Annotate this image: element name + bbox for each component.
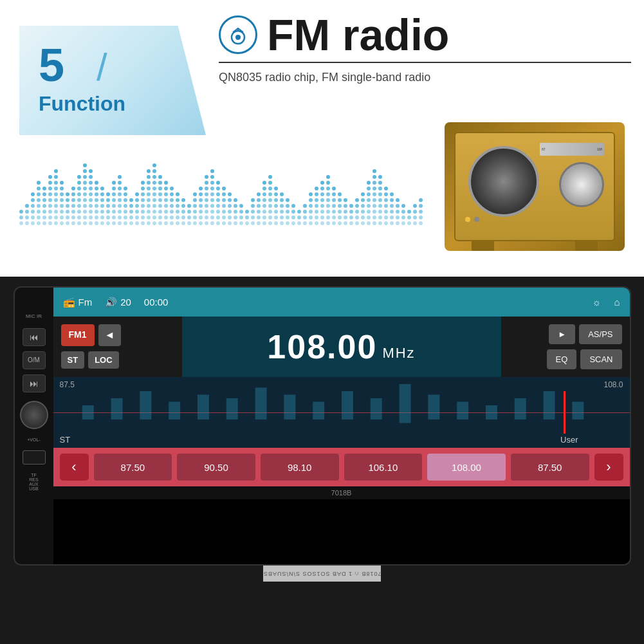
svg-rect-15: [428, 395, 439, 420]
wave-dot: [210, 221, 214, 225]
wave-dot: [77, 175, 81, 179]
wave-dot: [303, 216, 307, 219]
prev-track-button[interactable]: ⏮: [23, 328, 46, 346]
wave-dot: [147, 204, 151, 208]
asps-button[interactable]: AS/PS: [579, 324, 621, 344]
preset-2-button[interactable]: 90.50: [177, 454, 255, 481]
wave-dot: [193, 204, 197, 208]
preset-5-button[interactable]: 108.00: [427, 454, 506, 481]
wave-dot: [181, 210, 185, 214]
wave-dot: [262, 181, 266, 185]
wave-column: [77, 175, 81, 225]
wave-dot: [210, 216, 214, 219]
wave-dot: [60, 221, 64, 225]
brightness-indicator: ☼: [593, 297, 602, 308]
wave-dot: [37, 204, 41, 208]
wave-column: [216, 181, 220, 225]
wave-dot: [147, 221, 151, 225]
device-screen: 📻 Fm 🔊 20 00:00 ☼ ⌂: [53, 288, 630, 564]
wave-dot: [48, 192, 52, 196]
wave-container: [19, 148, 347, 225]
wave-dot: [280, 210, 284, 214]
wave-dot: [274, 198, 278, 202]
preset-4-button[interactable]: 106.10: [344, 454, 423, 481]
wave-dot: [95, 221, 98, 225]
wave-dot: [373, 187, 376, 190]
wave-dot: [291, 204, 295, 208]
wave-dot: [100, 216, 104, 219]
wave-dot: [77, 204, 81, 208]
wave-dot: [401, 210, 405, 214]
st-button[interactable]: ST: [61, 351, 85, 369]
fm-left-controls: FM1 ◄ ST LOC: [53, 317, 182, 377]
wave-dot: [118, 210, 122, 214]
play-button[interactable]: ►: [549, 324, 575, 344]
freq-prev-button[interactable]: ◄: [98, 324, 122, 346]
wave-dot: [413, 204, 417, 208]
wave-dot: [170, 198, 174, 202]
preset-prev-button[interactable]: ‹: [60, 454, 89, 481]
wave-dot: [361, 216, 365, 219]
wave-dot: [71, 210, 75, 214]
wave-dot: [210, 192, 214, 196]
preset-3-button[interactable]: 98.10: [261, 454, 339, 481]
wave-dot: [141, 198, 145, 202]
preset-6-button[interactable]: 87.50: [511, 454, 589, 481]
wave-dot: [48, 175, 52, 179]
wave-dot: [83, 210, 87, 214]
wave-dot: [141, 204, 145, 208]
wave-dot: [60, 192, 64, 196]
wave-column: [297, 210, 301, 225]
home-button[interactable]: ⌂: [614, 297, 620, 308]
wave-dot: [257, 198, 261, 202]
wave-column: [396, 198, 400, 225]
wave-dot: [158, 198, 162, 202]
wave-dot: [401, 221, 405, 225]
wave-column: [37, 181, 41, 225]
wave-dot: [344, 221, 347, 225]
next-track-button[interactable]: ⏭: [23, 374, 46, 392]
wave-column: [332, 187, 336, 225]
wave-dot: [396, 221, 400, 225]
wave-dot: [349, 204, 353, 208]
wave-dot: [378, 175, 382, 179]
wave-column: [344, 198, 347, 225]
preset-next-button[interactable]: ›: [594, 454, 623, 481]
wave-dot: [355, 198, 359, 202]
wave-dot: [332, 198, 336, 202]
status-bar: 📻 Fm 🔊 20 00:00 ☼ ⌂: [53, 288, 630, 317]
wave-dot: [37, 192, 41, 196]
wave-column: [320, 181, 324, 225]
wave-column: [124, 187, 127, 225]
wave-dot: [112, 216, 116, 219]
volume-knob[interactable]: [20, 401, 48, 429]
preset-1-button[interactable]: 87.50: [94, 454, 172, 481]
wave-dot: [176, 192, 179, 196]
wave-column: [367, 181, 371, 225]
wave-column: [338, 192, 342, 225]
wave-dot: [268, 210, 272, 214]
wave-dot: [112, 210, 116, 214]
scan-button[interactable]: SCAN: [580, 349, 621, 369]
wave-dot: [315, 187, 318, 190]
wave-dot: [367, 181, 371, 185]
wave-dot: [239, 221, 243, 225]
wave-dot: [106, 192, 110, 196]
wave-column: [187, 204, 191, 225]
wave-dot: [66, 198, 69, 202]
mic-ir-label: MIC IR: [26, 313, 42, 320]
loc-button[interactable]: LOC: [88, 351, 118, 369]
power-mode-button[interactable]: O/M: [23, 351, 46, 369]
wave-dot: [83, 163, 87, 167]
wave-dot: [152, 175, 156, 179]
fm-band-button[interactable]: FM1: [61, 324, 95, 346]
wave-dot: [193, 192, 197, 196]
wave-dot: [31, 210, 35, 214]
wave-dot: [286, 216, 290, 219]
wave-dot: [71, 198, 75, 202]
wave-column: [228, 192, 232, 225]
eq-button[interactable]: EQ: [547, 349, 577, 369]
wave-dot: [216, 198, 220, 202]
wave-dot: [396, 198, 400, 202]
wave-dot: [37, 181, 41, 185]
